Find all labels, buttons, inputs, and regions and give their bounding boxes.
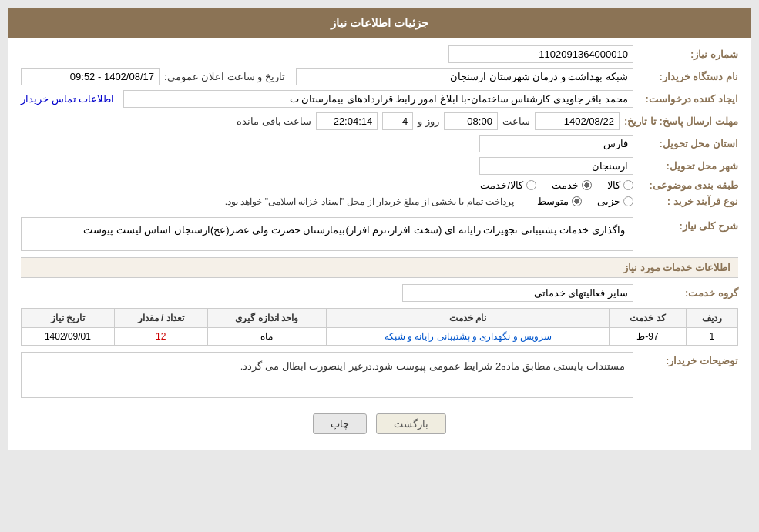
creator-row: ایجاد کننده درخواست: محمد باقر جاویدی کا… <box>21 90 738 108</box>
col-name: نام خدمت <box>327 309 610 328</box>
response-time-label-text: ساعت <box>502 115 530 127</box>
page-wrapper: جزئیات اطلاعات نیاز شماره نیاز: 11020913… <box>8 8 751 450</box>
button-row: بازگشت چاپ <box>21 403 738 442</box>
print-button[interactable]: چاپ <box>313 413 367 434</box>
category-kala-label: کالا <box>607 179 620 191</box>
city-label: شهر محل تحویل: <box>638 160 738 172</box>
page-title: جزئیات اطلاعات نیاز <box>331 16 428 29</box>
category-option-kala: کالا <box>607 179 633 191</box>
city-value: ارسنجان <box>479 157 633 175</box>
category-khedmat-label: خدمت <box>552 179 579 191</box>
province-value: فارس <box>479 135 633 152</box>
radio-motavasset <box>572 196 582 206</box>
purchase-type-row: نوع فرآیند خرید : جزیی متوسط پرداخت تمام… <box>21 196 738 207</box>
service-group-row: گروه خدمت: سایر فعالیتهای خدماتی <box>21 284 738 302</box>
category-option-khedmat: خدمت <box>552 179 592 191</box>
service-group-value: سایر فعالیتهای خدماتی <box>402 284 633 302</box>
creator-label: ایجاد کننده درخواست: <box>638 93 738 105</box>
buyer-notes-value: مستندات بایستی مطابق ماده2 شرایط عمومی پ… <box>21 352 633 398</box>
radio-khedmat <box>582 180 592 190</box>
col-date: تاریخ نیاز <box>22 309 115 328</box>
category-label: طبقه بندی موضوعی: <box>638 179 738 191</box>
col-qty: تعداد / مقدار <box>114 309 207 328</box>
description-row: شرح کلی نیاز: واگذاری خدمات پشتیبانی تجه… <box>21 217 738 251</box>
description-label: شرح کلی نیاز: <box>638 220 738 232</box>
buyer-notes-row: توضیحات خریدار: مستندات بایستی مطابق ماد… <box>21 352 738 398</box>
buyer-org-date-row: نام دستگاه خریدار: شبکه بهداشت و درمان ش… <box>21 68 738 85</box>
purchase-type-note: پرداخت تمام یا بخشی از مبلغ خریدار از مح… <box>225 196 514 207</box>
purchase-type-radio-group: جزیی متوسط پرداخت تمام یا بخشی از مبلغ خ… <box>21 196 633 207</box>
cell-qty: 12 <box>114 328 207 346</box>
cell-name: سرویس و نگهداری و پشتیبانی رایانه و شبکه <box>327 328 610 346</box>
province-row: استان محل تحویل: فارس <box>21 135 738 152</box>
buyer-org-label: نام دستگاه خریدار: <box>638 71 738 82</box>
services-table: ردیف کد خدمت نام خدمت واحد اندازه گیری ت… <box>21 308 738 346</box>
cell-row: 1 <box>686 328 737 346</box>
response-date-value: 1402/08/22 <box>535 112 620 130</box>
services-section-title: اطلاعات خدمات مورد نیاز <box>21 257 738 278</box>
creator-value: محمد باقر جاویدی کارشناس ساختمان-با ابلا… <box>123 90 633 108</box>
services-table-container: ردیف کد خدمت نام خدمت واحد اندازه گیری ت… <box>21 308 738 346</box>
response-date-label: مهلت ارسال پاسخ: تا تاریخ: <box>624 115 738 127</box>
col-row: ردیف <box>686 309 737 328</box>
need-number-label: شماره نیاز: <box>638 49 738 60</box>
city-row: شهر محل تحویل: ارسنجان <box>21 157 738 175</box>
remaining-time-value: 22:04:14 <box>316 112 378 130</box>
service-group-label: گروه خدمت: <box>638 287 738 299</box>
cell-unit: ماه <box>207 328 327 346</box>
cell-code: 97-ط <box>610 328 686 346</box>
need-number-row: شماره نیاز: 1102091364000010 <box>21 45 738 63</box>
description-value: واگذاری خدمات پشتیبانی تجهیزات رایانه ای… <box>21 217 633 251</box>
category-kala-khedmat-label: کالا/خدمت <box>480 179 523 191</box>
remaining-days-label: روز و <box>418 115 439 127</box>
purchase-motavasset-label: متوسط <box>537 196 569 207</box>
category-option-kala-khedmat: کالا/خدمت <box>480 179 536 191</box>
need-number-value: 1102091364000010 <box>448 45 633 63</box>
remaining-time-label: ساعت باقی مانده <box>237 115 311 127</box>
category-radio-group: کالا خدمت کالا/خدمت <box>21 179 633 191</box>
radio-kala-khedmat <box>526 180 536 190</box>
province-label: استان محل تحویل: <box>638 138 738 149</box>
buyer-notes-label: توضیحات خریدار: <box>638 355 738 366</box>
separator-1 <box>21 212 738 212</box>
back-button[interactable]: بازگشت <box>376 413 446 434</box>
table-row: 1 97-ط سرویس و نگهداری و پشتیبانی رایانه… <box>22 328 738 346</box>
radio-kala <box>623 180 633 190</box>
date-value: 1402/08/17 - 09:52 <box>21 68 160 85</box>
purchase-type-label: نوع فرآیند خرید : <box>638 196 738 207</box>
content-area: شماره نیاز: 1102091364000010 نام دستگاه … <box>8 38 751 450</box>
remaining-days-value: 4 <box>382 112 413 130</box>
response-date-row: مهلت ارسال پاسخ: تا تاریخ: 1402/08/22 سا… <box>21 112 738 130</box>
col-code: کد خدمت <box>610 309 686 328</box>
cell-date: 1402/09/01 <box>22 328 115 346</box>
purchase-type-motavasset: متوسط <box>537 196 582 207</box>
response-time-value: 08:00 <box>444 112 498 130</box>
purchase-type-jozi: جزیی <box>597 196 633 207</box>
col-unit: واحد اندازه گیری <box>207 309 327 328</box>
purchase-jozi-label: جزیی <box>597 196 620 207</box>
category-row: طبقه بندی موضوعی: کالا خدمت کالا/خدمت <box>21 179 738 191</box>
radio-jozi <box>623 196 633 206</box>
date-label: تاریخ و ساعت اعلان عمومی: <box>164 71 285 82</box>
buyer-org-value: شبکه بهداشت و درمان شهرستان ارسنجان <box>296 68 633 85</box>
page-header: جزئیات اطلاعات نیاز <box>8 8 751 38</box>
creator-link[interactable]: اطلاعات تماس خریدار <box>21 93 114 105</box>
